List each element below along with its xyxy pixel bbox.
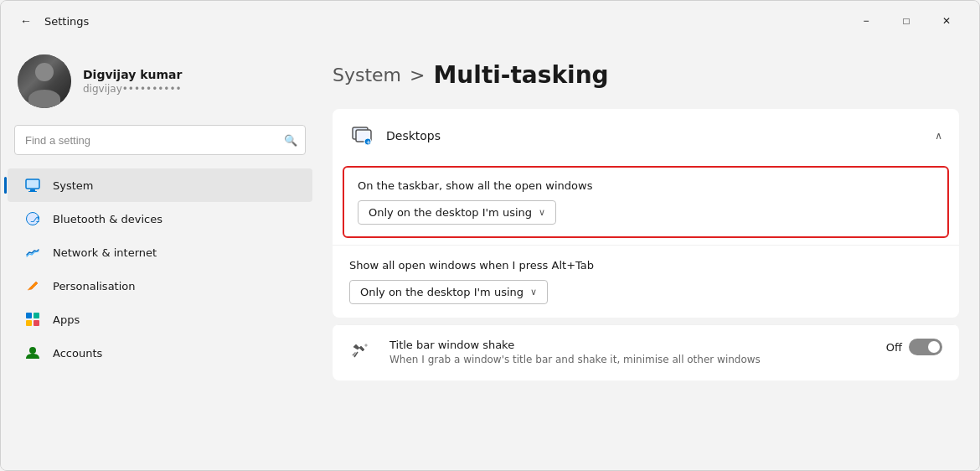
- alttab-dropdown-value: Only on the desktop I'm using: [360, 286, 524, 298]
- search-box: 🔍: [14, 125, 306, 155]
- breadcrumb: System: [333, 65, 401, 85]
- title-bar-shake-control: Off: [886, 339, 942, 355]
- content-area: System > Multi-tasking + Desktops: [319, 41, 979, 470]
- back-button[interactable]: ←: [14, 9, 38, 33]
- sidebar-item-personalisation-label: Personalisation: [53, 280, 136, 292]
- title-bar-shake-card: Title bar window shake When I grab a win…: [333, 324, 959, 380]
- minimize-button[interactable]: −: [847, 8, 885, 34]
- desktops-section-title: Desktops: [386, 129, 441, 142]
- sidebar-item-network-label: Network & internet: [53, 246, 157, 259]
- apps-icon: [24, 311, 41, 328]
- sidebar-item-apps-label: Apps: [53, 313, 80, 326]
- sidebar: Digvijay kumar digvijay•••••••••• 🔍: [1, 41, 319, 470]
- title-bar: ← Settings − □ ✕: [1, 1, 979, 41]
- page-header: System > Multi-tasking: [333, 61, 959, 89]
- page-title: Multi-tasking: [433, 61, 608, 89]
- alttab-setting: Show all open windows when I press Alt+T…: [333, 245, 959, 318]
- search-icon: 🔍: [284, 134, 297, 147]
- personalise-icon: [24, 277, 41, 294]
- avatar: [18, 54, 71, 108]
- window-title: Settings: [44, 15, 89, 28]
- taskbar-windows-setting: On the taskbar, show all the open window…: [343, 166, 949, 238]
- window-controls: − □ ✕: [847, 8, 966, 34]
- user-info: Digvijay kumar digvijay••••••••••: [83, 68, 182, 95]
- title-bar-shake-description: When I grab a window's title bar and sha…: [389, 353, 873, 367]
- title-bar-shake-row: Title bar window shake When I grab a win…: [333, 324, 959, 380]
- accounts-icon: [24, 344, 41, 361]
- search-input[interactable]: [14, 125, 306, 155]
- svg-rect-5: [26, 313, 32, 318]
- sidebar-item-apps[interactable]: Apps: [8, 303, 312, 336]
- network-icon: [24, 244, 41, 261]
- title-bar-shake-toggle[interactable]: [909, 339, 942, 355]
- sidebar-item-accounts[interactable]: Accounts: [8, 336, 312, 370]
- sidebar-item-network[interactable]: Network & internet: [8, 236, 312, 269]
- svg-rect-1: [30, 189, 35, 191]
- close-button[interactable]: ✕: [927, 8, 966, 34]
- avatar-image: [18, 54, 71, 108]
- svg-text:⎇: ⎇: [30, 215, 40, 224]
- title-bar-shake-title: Title bar window shake: [389, 339, 873, 351]
- svg-rect-7: [26, 320, 32, 326]
- user-name: Digvijay kumar: [83, 68, 182, 81]
- alttab-label: Show all open windows when I press Alt+T…: [349, 259, 942, 272]
- toggle-off-label: Off: [886, 341, 902, 354]
- sidebar-item-system-label: System: [53, 179, 93, 192]
- user-email: digvijay••••••••••: [83, 83, 182, 95]
- taskbar-windows-dropdown-value: Only on the desktop I'm using: [369, 206, 532, 219]
- sidebar-item-bluetooth-label: Bluetooth & devices: [53, 213, 162, 225]
- sidebar-item-accounts-label: Accounts: [53, 347, 102, 360]
- svg-rect-0: [26, 179, 39, 189]
- settings-window: ← Settings − □ ✕ Digvijay kumar digvijay…: [0, 0, 980, 471]
- desktops-card: + Desktops ∧ On the taskbar, show all th…: [333, 109, 959, 318]
- setting1-wrapper: On the taskbar, show all the open window…: [333, 163, 959, 245]
- sidebar-item-system[interactable]: System: [8, 168, 312, 202]
- svg-rect-6: [34, 313, 39, 318]
- alttab-dropdown-chevron-icon: ∨: [530, 287, 537, 298]
- desktops-card-header[interactable]: + Desktops ∧: [333, 109, 959, 163]
- shake-icon-wrap: [349, 339, 379, 365]
- svg-rect-2: [28, 191, 37, 192]
- taskbar-windows-dropdown[interactable]: Only on the desktop I'm using ∨: [358, 200, 556, 225]
- breadcrumb-separator: >: [410, 65, 425, 85]
- system-icon: [24, 177, 41, 194]
- desktops-chevron-icon: ∧: [935, 130, 942, 142]
- desktops-icon: +: [349, 122, 376, 149]
- sidebar-item-personalisation[interactable]: Personalisation: [8, 269, 312, 303]
- maximize-button[interactable]: □: [887, 8, 926, 34]
- main-content: Digvijay kumar digvijay•••••••••• 🔍: [1, 41, 979, 470]
- user-section: Digvijay kumar digvijay••••••••••: [1, 41, 319, 125]
- sidebar-item-bluetooth[interactable]: ⎇ Bluetooth & devices: [8, 202, 312, 236]
- svg-text:+: +: [366, 139, 371, 146]
- title-bar-shake-text: Title bar window shake When I grab a win…: [389, 339, 873, 367]
- taskbar-dropdown-chevron-icon: ∨: [539, 207, 545, 218]
- alttab-dropdown[interactable]: Only on the desktop I'm using ∨: [349, 280, 548, 304]
- svg-rect-8: [34, 320, 39, 326]
- bluetooth-icon: ⎇: [24, 210, 41, 227]
- svg-point-9: [29, 347, 36, 354]
- taskbar-windows-label: On the taskbar, show all the open window…: [358, 179, 934, 192]
